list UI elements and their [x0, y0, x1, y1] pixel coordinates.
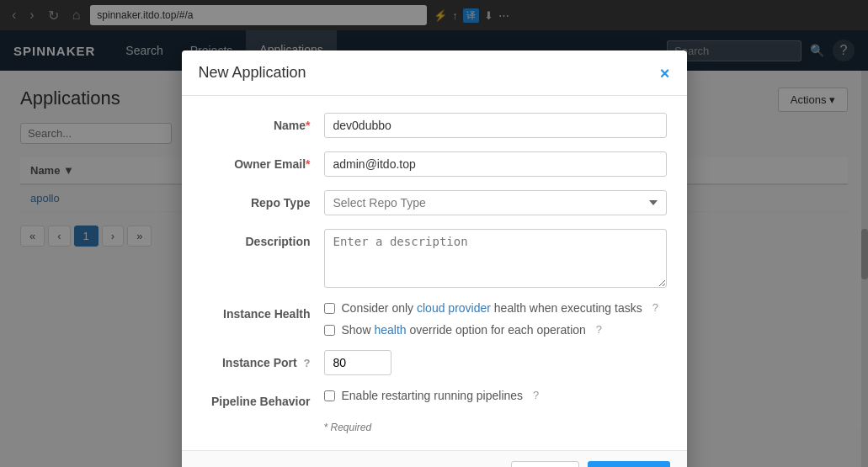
new-application-modal: New Application × Name* Owner Email*	[182, 50, 687, 467]
owner-email-input[interactable]	[324, 151, 667, 177]
checkbox2-group: Show health override option for each ope…	[324, 323, 658, 337]
instance-port-group: Instance Port ?	[202, 350, 667, 375]
name-input[interactable]	[324, 113, 667, 138]
pipeline-behavior-label: Pipeline Behavior	[202, 389, 324, 408]
pipeline-checkbox-group: Enable restarting running pipelines ?	[324, 389, 540, 402]
instance-port-help-icon[interactable]: ?	[304, 357, 311, 369]
name-label: Name*	[202, 113, 324, 132]
owner-email-field-group: Owner Email*	[202, 151, 667, 177]
cloud-health-text: Consider only cloud provider health when…	[342, 301, 642, 315]
modal-footer: Cancel ✓ Create	[182, 450, 687, 467]
description-field-group: Description	[202, 229, 667, 288]
name-required: *	[306, 119, 310, 132]
modal-body: Name* Owner Email* Repo Type	[182, 96, 687, 450]
name-field-group: Name*	[202, 113, 667, 138]
cloud-health-checkbox[interactable]	[324, 303, 335, 314]
repo-type-select[interactable]: Select Repo Type GitHub GitLab Stash Bit…	[324, 190, 667, 215]
repo-type-select-wrapper: Select Repo Type GitHub GitLab Stash Bit…	[324, 190, 667, 215]
health-override-text: Show health override option for each ope…	[342, 323, 586, 337]
pipeline-restart-text: Enable restarting running pipelines	[342, 389, 524, 402]
health-override-help-icon[interactable]: ?	[596, 323, 602, 336]
description-textarea[interactable]	[324, 229, 667, 288]
create-button[interactable]: ✓ Create	[588, 461, 669, 467]
owner-email-label: Owner Email*	[202, 151, 324, 171]
cancel-button[interactable]: Cancel	[511, 461, 580, 467]
modal-overlay: New Application × Name* Owner Email*	[0, 0, 868, 467]
pipeline-behavior-group: Pipeline Behavior Enable restarting runn…	[202, 389, 667, 408]
instance-port-input[interactable]	[324, 350, 391, 375]
cloud-health-help-icon[interactable]: ?	[652, 301, 658, 314]
pipeline-restart-checkbox[interactable]	[324, 390, 335, 401]
repo-type-label: Repo Type	[202, 190, 324, 210]
modal-close-button[interactable]: ×	[660, 65, 670, 82]
instance-health-label: Instance Health	[202, 301, 324, 321]
repo-type-field-group: Repo Type Select Repo Type GitHub GitLab…	[202, 190, 667, 215]
description-label: Description	[202, 229, 324, 248]
required-note: * Required	[324, 422, 667, 433]
checkbox1-group: Consider only cloud provider health when…	[324, 301, 658, 315]
instance-health-group: Instance Health Consider only cloud prov…	[202, 301, 667, 337]
modal-title: New Application	[199, 64, 306, 82]
health-override-checkbox[interactable]	[324, 325, 335, 336]
owner-email-required: *	[306, 157, 310, 171]
instance-port-label: Instance Port ?	[202, 350, 324, 369]
modal-header: New Application ×	[182, 50, 687, 96]
pipeline-restart-help-icon[interactable]: ?	[533, 389, 539, 401]
